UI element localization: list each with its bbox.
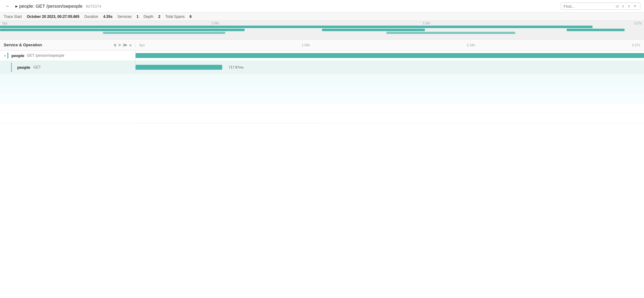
depth-label: Depth [144,14,153,19]
search-box: ◎ ∧ ∨ ✕ [561,2,640,10]
time-3: 3.27s [632,43,640,47]
span-bar-container-1 [136,53,644,58]
ruler-0: 0μs [2,22,7,25]
table-row[interactable]: people GET 717.87ms [0,61,644,74]
trace-info-bar: Trace Start October 20 2023, 00:27:05.66… [0,13,644,21]
minimap-bar-5 [322,29,425,31]
spans-header-controls: ∨ > ≫ » [113,43,132,48]
ruler-3: 3.27s [634,22,642,25]
span-bar-container-2: 717.87ms [136,65,644,70]
span-bar-label-2: 717.87ms [229,65,243,69]
expand-all-icon[interactable]: » [129,43,132,48]
page-title: ▸ people: GET /person/swpeople 9d75374 [15,3,101,9]
search-close-icon[interactable]: ✕ [633,4,638,9]
search-input[interactable] [564,4,613,9]
span-op-1: GET /person/swpeople [27,53,64,58]
search-next-icon[interactable]: ∨ [627,4,631,9]
expand-children-icon[interactable]: ≫ [123,43,127,48]
spans-content: ∨ people GET /person/swpeople people GET [0,51,644,123]
span-left-2: people GET [0,61,136,74]
collapse-all-icon[interactable]: ∨ [113,43,116,48]
depth-value: 2 [158,14,161,19]
minimap: 0μs 1.09s 2.18s 3.27s [0,21,644,39]
table-row[interactable] [0,84,644,94]
time-1: 1.09s [302,43,310,47]
table-row[interactable]: ∨ people GET /person/swpeople [0,51,644,61]
main-area: Service & Operation ∨ > ≫ » 0μs 1.09s 2.… [0,39,644,297]
span-service-2: people [17,65,30,70]
total-spans-value: 6 [190,14,192,19]
search-match-icon[interactable]: ◎ [615,4,620,9]
services-label: Services [117,14,132,19]
minimap-ruler: 0μs 1.09s 2.18s 3.27s [0,21,644,26]
span-indicator-1 [7,52,8,59]
services-value: 1 [137,14,139,19]
span-right-1 [136,51,644,60]
time-0: 0μs [139,43,145,47]
back-button[interactable]: ← [4,3,12,10]
span-op-2: GET [33,65,41,69]
span-bar-1 [136,53,644,58]
span-service-1: people [11,53,24,58]
search-controls: ◎ ∧ ∨ ✕ [615,4,638,9]
minimap-bar-8 [567,29,625,31]
duration-label: Duration [84,14,98,19]
search-prev-icon[interactable]: ∧ [621,4,626,9]
minimap-bars [0,26,644,38]
ruler-1: 1.09s [211,22,219,25]
header: ← ▸ people: GET /person/swpeople 9d75374… [0,0,644,13]
total-spans-label: Total Spans [165,14,185,19]
spans-header: Service & Operation ∨ > ≫ » 0μs 1.09s 2.… [0,39,644,51]
span-bar-2: 717.87ms [136,65,222,70]
duration-value: 4.35s [103,14,112,19]
title-chevron: ▸ [15,3,18,9]
table-row[interactable] [0,74,644,84]
span-left-1: ∨ people GET /person/swpeople [0,51,136,60]
table-row[interactable] [0,114,644,123]
minimap-bar-3 [103,32,225,34]
span-right-2: 717.87ms [136,62,644,72]
service-operation-label: Service & Operation [4,43,42,47]
trace-start-time: October 20 2023, 00:27:05.665 [27,14,79,19]
spans-header-right: 0μs 1.09s 2.18s 3.27s [136,43,644,47]
span-indent-2b [11,63,15,72]
trace-id: 9d75374 [86,4,101,9]
span-chevron-1[interactable]: ∨ [4,54,6,58]
method-path: GET /person/swpeople [36,3,83,9]
ruler-2: 2.18s [423,22,430,25]
minimap-bar-2 [0,29,245,31]
service-name: people: [19,3,34,9]
minimap-bar-4 [258,26,367,28]
minimap-bar-7 [496,26,573,28]
expand-one-icon[interactable]: > [118,43,121,48]
trace-start-label: Trace Start [4,14,22,19]
minimap-bar-6 [386,32,515,34]
spans-header-left: Service & Operation ∨ > ≫ » [0,43,136,48]
time-2: 2.18s [467,43,475,47]
table-row[interactable] [0,94,644,104]
table-row[interactable] [0,104,644,114]
